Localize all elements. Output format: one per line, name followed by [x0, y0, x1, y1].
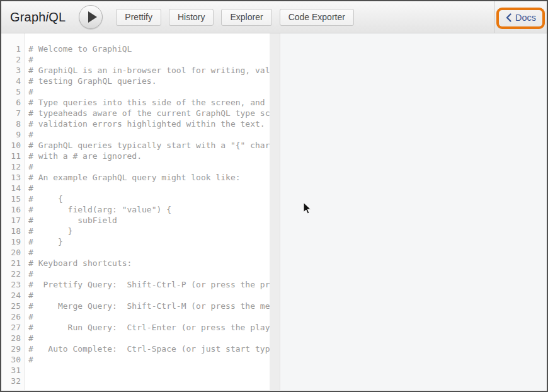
code-line-text: # Welcome to GraphiQL [28, 43, 270, 54]
code-line-text [28, 365, 270, 376]
code-line-text: # [28, 86, 270, 97]
code-line-text: # [28, 354, 270, 365]
code-line[interactable]: 27# Run Query: Ctrl-Enter (or press the … [1, 322, 270, 333]
code-line[interactable]: 4# testing GraphQL queries. [1, 76, 270, 86]
code-line-text: # [28, 311, 270, 322]
code-line[interactable]: 1# Welcome to GraphiQL [1, 43, 270, 54]
line-number: 7 [1, 108, 21, 118]
line-number: 19 [1, 236, 21, 247]
line-number: 1 [1, 43, 21, 54]
line-number: 8 [1, 118, 21, 129]
code-line-text: # Type queries into this side of the scr… [28, 97, 270, 108]
query-editor[interactable]: 1# Welcome to GraphiQL2#3# GraphiQL is a… [1, 33, 270, 390]
toolbar: GraphiQL Prettify History Explorer Code … [1, 1, 547, 33]
code-line-text: # An example GraphQL query might look li… [28, 172, 270, 183]
code-line[interactable]: 13# An example GraphQL query might look … [1, 172, 270, 183]
code-line[interactable]: 3# GraphiQL is an in-browser tool for wr… [1, 65, 270, 76]
play-icon [88, 11, 97, 23]
line-number: 24 [1, 290, 21, 301]
line-number: 29 [1, 343, 21, 354]
code-line-text: # Merge Query: Shift-Ctrl-M (or press th… [28, 301, 270, 311]
code-line-text: # [28, 129, 270, 140]
line-number: 11 [1, 151, 21, 161]
line-number: 20 [1, 247, 21, 258]
code-line[interactable]: 23# Prettify Query: Shift-Ctrl-P (or pre… [1, 279, 270, 290]
line-number: 28 [1, 333, 21, 343]
code-line-text: # [28, 54, 270, 65]
code-line[interactable]: 28# [1, 333, 270, 343]
line-number: 22 [1, 268, 21, 279]
pane-resize-divider[interactable] [270, 33, 280, 390]
line-number: 2 [1, 54, 21, 65]
code-line[interactable]: 26# [1, 311, 270, 322]
line-number: 31 [1, 365, 21, 376]
response-pane [280, 33, 547, 390]
code-line-text: # Keyboard shortcuts: [28, 258, 270, 268]
code-line[interactable]: 25# Merge Query: Shift-Ctrl-M (or press … [1, 301, 270, 311]
code-line[interactable]: 16# field(arg: "value") { [1, 204, 270, 215]
code-line[interactable]: 19# } [1, 236, 270, 247]
line-number: 30 [1, 354, 21, 365]
code-line[interactable]: 11# with a # are ignored. [1, 151, 270, 161]
code-line-text: # { [28, 193, 270, 204]
editor-lines[interactable]: 1# Welcome to GraphiQL2#3# GraphiQL is a… [1, 33, 270, 386]
code-line[interactable]: 12# [1, 161, 270, 172]
prettify-button[interactable]: Prettify [116, 9, 161, 26]
line-number: 15 [1, 193, 21, 204]
code-line[interactable]: 9# [1, 129, 270, 140]
line-number: 12 [1, 161, 21, 172]
code-line-text: # [28, 247, 270, 258]
code-exporter-button[interactable]: Code Exporter [280, 9, 354, 26]
code-line-text: # with a # are ignored. [28, 151, 270, 161]
explorer-button[interactable]: Explorer [221, 9, 271, 26]
line-number: 23 [1, 279, 21, 290]
line-number: 9 [1, 129, 21, 140]
line-number: 16 [1, 204, 21, 215]
code-line[interactable]: 14# [1, 183, 270, 193]
code-line-text: # Prettify Query: Shift-Ctrl-P (or press… [28, 279, 270, 290]
code-line[interactable]: 8# validation errors highlighted within … [1, 118, 270, 129]
code-line[interactable]: 15# { [1, 193, 270, 204]
code-line[interactable]: 31 [1, 365, 270, 376]
code-line-text: # GraphiQL is an in-browser tool for wri… [28, 65, 270, 76]
history-button[interactable]: History [169, 9, 214, 26]
code-line[interactable]: 20# [1, 247, 270, 258]
code-line-text: # validation errors highlighted within t… [28, 118, 270, 129]
code-line[interactable]: 21# Keyboard shortcuts: [1, 258, 270, 268]
main-split: 1# Welcome to GraphiQL2#3# GraphiQL is a… [1, 33, 547, 390]
code-line[interactable]: 30# [1, 354, 270, 365]
chevron-left-icon [506, 13, 511, 22]
code-line-text [28, 376, 270, 386]
line-number: 5 [1, 86, 21, 97]
code-line[interactable]: 2# [1, 54, 270, 65]
docs-button-label: Docs [515, 13, 536, 23]
code-line[interactable]: 5# [1, 86, 270, 97]
app-logo: GraphiQL [10, 10, 66, 25]
line-number: 26 [1, 311, 21, 322]
line-number: 32 [1, 376, 21, 386]
execute-query-button[interactable] [79, 5, 103, 29]
docs-button[interactable]: Docs [502, 12, 540, 23]
code-line[interactable]: 29# Auto Complete: Ctrl-Space (or just s… [1, 343, 270, 354]
line-number: 25 [1, 301, 21, 311]
code-line[interactable]: 17# subField [1, 215, 270, 226]
code-line-text: # [28, 161, 270, 172]
code-line-text: # Auto Complete: Ctrl-Space (or just sta… [28, 343, 270, 354]
code-line[interactable]: 10# GraphQL queries typically start with… [1, 140, 270, 151]
code-line[interactable]: 18# } [1, 226, 270, 236]
code-line-text: # subField [28, 215, 270, 226]
code-line-text: # } [28, 236, 270, 247]
code-line-text: # [28, 268, 270, 279]
code-line-text: # typeaheads aware of the current GraphQ… [28, 108, 270, 118]
logo-text: QL [49, 10, 66, 24]
code-line[interactable]: 6# Type queries into this side of the sc… [1, 97, 270, 108]
code-line[interactable]: 22# [1, 268, 270, 279]
line-number: 17 [1, 215, 21, 226]
code-line[interactable]: 7# typeaheads aware of the current Graph… [1, 108, 270, 118]
line-number: 14 [1, 183, 21, 193]
code-line[interactable]: 32 [1, 376, 270, 386]
line-number: 27 [1, 322, 21, 333]
code-line[interactable]: 24# [1, 290, 270, 301]
line-number: 21 [1, 258, 21, 268]
graphiql-window: GraphiQL Prettify History Explorer Code … [0, 0, 548, 392]
